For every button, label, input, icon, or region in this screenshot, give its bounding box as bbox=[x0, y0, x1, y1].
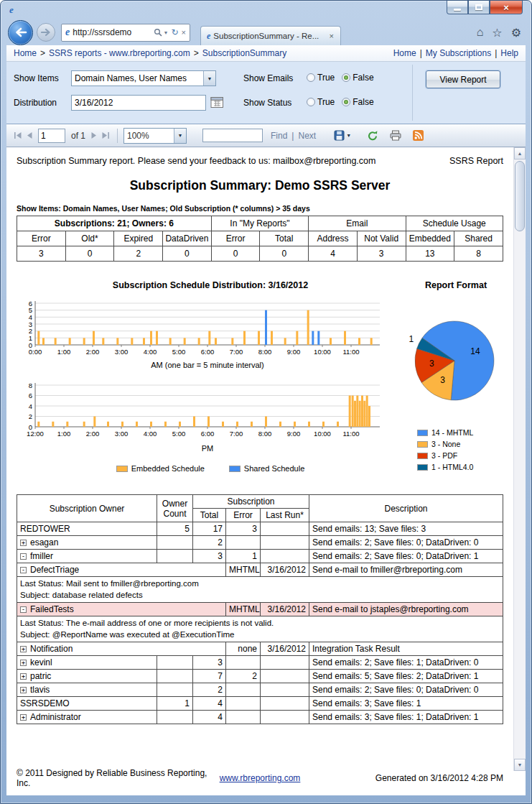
detail-table-row: +tlavis2Send emails: 2; Save files: 0; D… bbox=[17, 683, 503, 697]
detail-cell bbox=[157, 711, 193, 724]
breadcrumb: Home>SSRS reports - www.rbreporting.com>… bbox=[14, 48, 286, 58]
tab-close-icon[interactable]: × bbox=[327, 32, 336, 40]
calendar-icon[interactable] bbox=[210, 96, 224, 111]
data-feed-button[interactable] bbox=[410, 130, 426, 141]
maximize-button[interactable] bbox=[468, 1, 490, 14]
pie-chart-title: Report Format bbox=[406, 280, 506, 290]
report-footer: © 2011 Designed by Reliable Business Rep… bbox=[17, 768, 503, 788]
title-bar[interactable]: e × bbox=[1, 1, 531, 19]
print-button[interactable] bbox=[387, 130, 404, 141]
top-link[interactable]: My Subscriptions bbox=[426, 48, 491, 58]
detail-cell bbox=[226, 656, 261, 670]
detail-column-header: Subscription Owner bbox=[17, 495, 157, 522]
footer-link[interactable]: www.rbreporting.com bbox=[220, 773, 301, 783]
zoom-dropdown[interactable]: 100% ▼ bbox=[123, 128, 187, 144]
expand-toggle-icon[interactable]: - bbox=[20, 567, 27, 573]
expand-toggle-icon[interactable]: + bbox=[20, 673, 27, 680]
previous-page-button[interactable] bbox=[24, 132, 35, 139]
dropdown-arrow-icon: ▼ bbox=[207, 76, 213, 81]
expand-toggle-icon[interactable]: + bbox=[20, 714, 27, 721]
page-count-label: of 1 bbox=[71, 131, 85, 141]
show-status-false-radio[interactable] bbox=[342, 98, 350, 106]
breadcrumb-link[interactable]: SubscriptionSummary bbox=[202, 48, 286, 58]
back-button[interactable] bbox=[8, 20, 33, 45]
first-page-button[interactable] bbox=[12, 132, 24, 139]
dropdown-button[interactable]: ▼ bbox=[203, 71, 215, 86]
favorites-star-icon[interactable]: ☆ bbox=[492, 26, 502, 40]
embedded-schedule-bar bbox=[116, 338, 118, 345]
export-button[interactable]: ▼ bbox=[331, 130, 354, 141]
embedded-schedule-bar bbox=[271, 331, 273, 345]
expand-toggle-icon[interactable]: + bbox=[20, 660, 27, 666]
forward-button[interactable] bbox=[37, 23, 55, 42]
show-status-false-label: False bbox=[353, 97, 373, 107]
scrollbar-thumb[interactable] bbox=[515, 161, 525, 231]
description-cell: Integration Task Result bbox=[309, 642, 503, 656]
last-page-button[interactable] bbox=[99, 132, 111, 139]
embedded-schedule-bar bbox=[136, 422, 138, 427]
detail-column-header: Error bbox=[226, 509, 261, 522]
close-button[interactable]: × bbox=[490, 1, 523, 14]
pie-slice-label: 3 bbox=[429, 359, 434, 369]
next-link[interactable]: Next bbox=[298, 131, 316, 141]
show-items-dropdown[interactable]: Domain Names, User Names ▼ bbox=[71, 70, 216, 86]
show-emails-false-radio[interactable] bbox=[342, 73, 350, 82]
search-icon[interactable] bbox=[154, 28, 162, 37]
summary-group-header: Schedule Usage bbox=[406, 216, 503, 231]
address-bar[interactable]: e http://ssrsdemo ▼ ↻ × bbox=[61, 24, 190, 42]
bar-legend: Embedded ScheduleShared Schedule bbox=[17, 464, 404, 473]
report-viewer-toolbar: of 1 100% ▼ Find|Next ▼ bbox=[6, 124, 526, 147]
top-link[interactable]: Help bbox=[500, 48, 518, 58]
view-report-button[interactable]: View Report bbox=[426, 70, 500, 88]
embedded-schedule-bar bbox=[370, 338, 373, 345]
detail-table-row: +patric72Send emails: 5; Save files: 2; … bbox=[17, 670, 503, 683]
expand-toggle-icon[interactable]: + bbox=[20, 540, 27, 546]
top-link[interactable]: Home bbox=[393, 48, 416, 58]
detail-cell bbox=[157, 550, 193, 563]
legend-item: 3 - PDF bbox=[417, 451, 506, 460]
url-text[interactable]: http://ssrsdemo bbox=[73, 27, 153, 37]
next-page-button[interactable] bbox=[88, 132, 99, 139]
refresh-report-button[interactable] bbox=[364, 130, 381, 142]
breadcrumb-link[interactable]: Home bbox=[14, 48, 37, 58]
summary-group-header: In "My Reports" bbox=[211, 216, 308, 231]
summary-value: 2 bbox=[114, 246, 163, 262]
detail-column-header: Description bbox=[309, 495, 503, 522]
page-number-input[interactable] bbox=[38, 129, 65, 143]
embedded-schedule-bar bbox=[193, 417, 195, 428]
x-tick-label: 10:00 bbox=[314, 430, 331, 438]
description-cell: Send emails: 3; Save files: 1; DataDrive… bbox=[309, 711, 503, 724]
x-tick-label: 2:00 bbox=[86, 430, 100, 438]
legend-swatch bbox=[116, 466, 128, 472]
x-tick-label: 9:00 bbox=[287, 348, 301, 356]
scroll-up-button[interactable]: ▲ bbox=[514, 147, 526, 160]
address-dropdown-icon[interactable]: ▼ bbox=[164, 30, 169, 35]
home-icon[interactable]: ⌂ bbox=[477, 26, 484, 39]
minimize-button[interactable] bbox=[447, 1, 468, 14]
legend-swatch bbox=[229, 466, 241, 472]
scroll-down-button[interactable]: ▼ bbox=[514, 759, 526, 771]
find-text-input[interactable] bbox=[202, 129, 263, 142]
stop-icon[interactable]: × bbox=[182, 29, 186, 37]
vertical-scrollbar[interactable]: ▲ ▼ bbox=[513, 147, 526, 771]
find-link[interactable]: Find bbox=[271, 131, 287, 141]
detail-table-row: -DefectTriageMHTML3/16/2012Send e-mail t… bbox=[17, 563, 503, 577]
y-tick-label: 2 bbox=[29, 327, 32, 335]
show-status-true-radio[interactable] bbox=[307, 98, 315, 106]
breadcrumb-link[interactable]: SSRS reports - www.rbreporting.com bbox=[49, 48, 190, 58]
format-cell: MHTML bbox=[226, 563, 261, 577]
zoom-dropdown-button[interactable]: ▼ bbox=[174, 129, 186, 143]
expand-toggle-icon[interactable]: + bbox=[20, 687, 27, 693]
distribution-input[interactable] bbox=[71, 95, 206, 111]
expand-toggle-icon[interactable]: - bbox=[20, 606, 27, 613]
refresh-page-icon[interactable]: ↻ bbox=[172, 28, 179, 37]
tools-gear-icon[interactable]: ⚙ bbox=[511, 26, 521, 40]
expand-toggle-icon[interactable]: - bbox=[20, 553, 27, 560]
description-cell: Send emails: 3; Save files: 1 bbox=[309, 697, 503, 711]
show-emails-true-radio[interactable] bbox=[307, 73, 315, 82]
browser-tab[interactable]: e SubscriptionSummary - Re... × bbox=[200, 26, 341, 45]
summary-value: 4 bbox=[309, 246, 358, 262]
expand-toggle-icon[interactable]: + bbox=[20, 646, 27, 652]
description-cell: Send emails: 2; Save files: 0; DataDrive… bbox=[309, 550, 503, 563]
y-tick-label: 3 bbox=[29, 320, 32, 328]
